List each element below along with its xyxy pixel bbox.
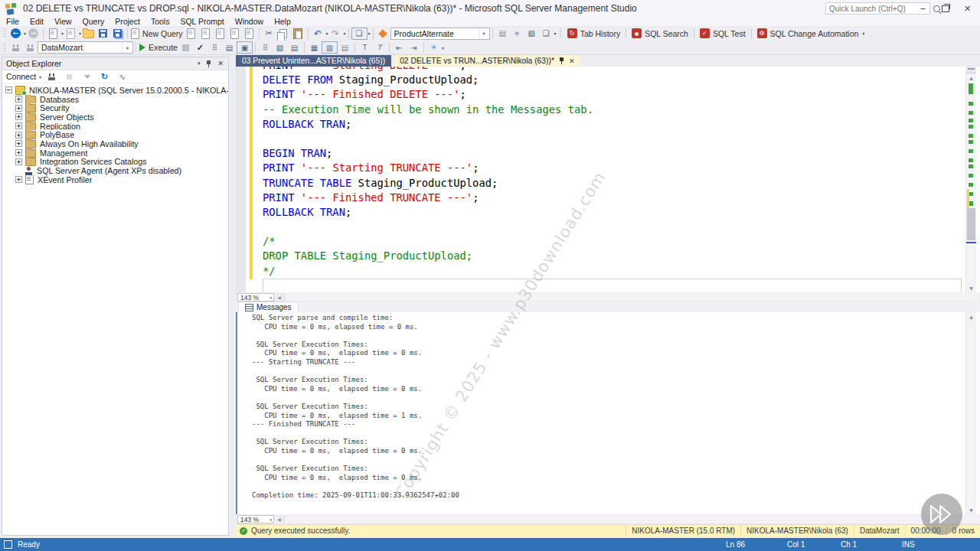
tree-item-always-on-high-availability[interactable]: Always On High Availability — [2, 139, 228, 148]
expand-icon[interactable] — [15, 105, 22, 112]
display-estimated-plan-button[interactable] — [207, 42, 222, 53]
minimize-button[interactable] — [912, 0, 934, 17]
uncomment-selection-button[interactable] — [372, 42, 387, 53]
window-position-dropdown[interactable] — [198, 60, 201, 67]
navigate-forward-button[interactable] — [26, 27, 41, 40]
messages-horizontal-scrollbar[interactable] — [284, 515, 979, 523]
tree-item-xevent-profiler[interactable]: XEvent Profiler — [2, 175, 228, 184]
menu-query[interactable]: Query — [77, 17, 110, 26]
save-all-button[interactable] — [110, 27, 125, 40]
tree-item-server-objects[interactable]: Server Objects — [2, 112, 228, 122]
activity-monitor-button[interactable] — [242, 27, 256, 40]
tree-item-databases[interactable]: Databases — [2, 95, 228, 104]
results-to-text-button[interactable] — [307, 42, 322, 53]
tree-item-management[interactable]: Management — [2, 148, 228, 158]
close-tab-icon[interactable] — [569, 57, 575, 65]
new-query-button[interactable]: New Query — [130, 27, 184, 40]
refresh-button[interactable] — [97, 70, 112, 83]
toolbar-button-sql-test[interactable]: SQL Test — [697, 27, 749, 40]
new-item-button[interactable] — [46, 27, 60, 40]
close-panel-button[interactable] — [217, 60, 224, 67]
undo-button[interactable] — [311, 27, 325, 40]
toolbar-grip[interactable] — [3, 28, 6, 38]
messages-zoom-select[interactable]: 143 % — [237, 515, 274, 523]
results-to-file-button[interactable] — [338, 42, 352, 53]
redo-button[interactable] — [328, 27, 343, 40]
parse-button[interactable] — [193, 41, 207, 54]
navigate-backward-button[interactable] — [8, 27, 23, 40]
menu-tools[interactable]: Tools — [145, 17, 175, 26]
expand-icon[interactable] — [15, 132, 22, 139]
mdx-query-button[interactable] — [198, 27, 213, 40]
editor-horizontal-scrollbar[interactable] — [284, 293, 979, 302]
collapse-icon[interactable] — [5, 86, 12, 93]
sql-prompt-actions-button[interactable] — [510, 28, 524, 39]
decrease-indent-button[interactable] — [392, 42, 407, 53]
disconnect-button[interactable] — [44, 70, 59, 83]
tree-item-sql-server-agent-agent-xps-disabled[interactable]: SQL Server Agent (Agent XPs disabled) — [2, 166, 228, 175]
sql-prompt-combo[interactable]: ProductAlternate — [390, 28, 490, 40]
messages-panel[interactable]: SQL Server parse and compile time: CPU t… — [236, 312, 980, 514]
database-combo[interactable]: DataMozart — [38, 41, 133, 54]
menu-edit[interactable]: Edit — [24, 17, 49, 26]
menu-help[interactable]: Help — [269, 17, 296, 26]
insert-mode-indicator[interactable]: INS — [902, 538, 915, 551]
window-layout-button[interactable] — [351, 28, 368, 40]
object-explorer-header[interactable]: Object Explorer — [2, 57, 228, 70]
scroll-down-arrow[interactable] — [966, 284, 976, 292]
tab-03-prevent-unintended[interactable]: 03 Prevent Uninten...ASTER\Nikola (65)) — [236, 55, 391, 67]
scroll-left-arrow[interactable] — [274, 515, 284, 523]
editor-zoom-select[interactable]: 143 % — [237, 293, 274, 302]
pin-tab-icon[interactable] — [559, 57, 564, 64]
change-connection-button[interactable] — [23, 41, 38, 54]
stop-button[interactable] — [62, 70, 77, 83]
include-live-query-statistics-button[interactable] — [237, 41, 253, 54]
paste-button[interactable] — [291, 27, 305, 40]
toolbar-grip[interactable] — [3, 43, 6, 53]
cancel-query-button[interactable] — [178, 41, 193, 54]
scroll-up-arrow[interactable] — [966, 312, 976, 321]
menu-project[interactable]: Project — [109, 17, 145, 26]
tree-item-security[interactable]: Security — [2, 103, 228, 112]
close-button[interactable] — [956, 0, 978, 17]
snippet-manager-button[interactable] — [524, 28, 539, 39]
copy-button[interactable] — [276, 27, 291, 40]
execute-button[interactable]: Execute — [139, 41, 178, 54]
expand-icon[interactable] — [15, 149, 22, 156]
messages-vertical-scrollbar[interactable] — [965, 312, 976, 514]
menu-file[interactable]: File — [1, 17, 24, 26]
tree-item-polybase[interactable]: PolyBase — [2, 130, 228, 139]
new-project-button[interactable] — [64, 27, 78, 40]
line-number-indicator[interactable]: Ln 86 — [726, 538, 745, 551]
expand-icon[interactable] — [15, 122, 22, 129]
editor-vertical-scrollbar[interactable] — [965, 67, 976, 292]
tree-item-server-root[interactable]: NIKOLA-MASTER (SQL Server 15.0.2000.5 - … — [2, 86, 228, 95]
sql-editor-surface[interactable]: PRINT '--- Starting DELETE ---';DELETE F… — [236, 67, 980, 292]
tree-item-replication[interactable]: Replication — [2, 122, 228, 131]
scroll-up-arrow[interactable] — [966, 73, 976, 82]
toolbar-button-tab-history[interactable]: Tab History — [564, 27, 624, 40]
menu-view[interactable]: View — [49, 17, 77, 26]
xmla-query-button[interactable] — [227, 27, 242, 40]
activity-monitor-button[interactable] — [115, 70, 129, 83]
menu-window[interactable]: Window — [230, 17, 269, 26]
comment-selection-button[interactable] — [358, 42, 372, 53]
window-layout-dropdown[interactable] — [368, 31, 371, 36]
dmx-query-button[interactable] — [213, 27, 227, 40]
restore-button[interactable] — [934, 0, 956, 17]
save-button[interactable] — [96, 27, 110, 40]
connect-button[interactable] — [8, 41, 23, 54]
results-to-grid-button[interactable] — [322, 41, 338, 54]
split-editor-handle[interactable] — [966, 66, 976, 73]
specify-template-parameters-button[interactable] — [258, 42, 273, 53]
scroll-down-arrow[interactable] — [966, 506, 976, 514]
scroll-left-arrow[interactable] — [274, 293, 284, 302]
intellisense-enabled-button[interactable] — [426, 42, 441, 53]
include-actual-plan-button[interactable] — [273, 42, 287, 53]
increase-indent-button[interactable] — [407, 42, 421, 53]
filter-button[interactable] — [80, 70, 94, 83]
tab-messages[interactable]: Messages — [238, 302, 299, 312]
expand-icon[interactable] — [15, 113, 22, 120]
query-options-button[interactable] — [222, 42, 237, 53]
format-sql-button[interactable] — [495, 28, 510, 39]
